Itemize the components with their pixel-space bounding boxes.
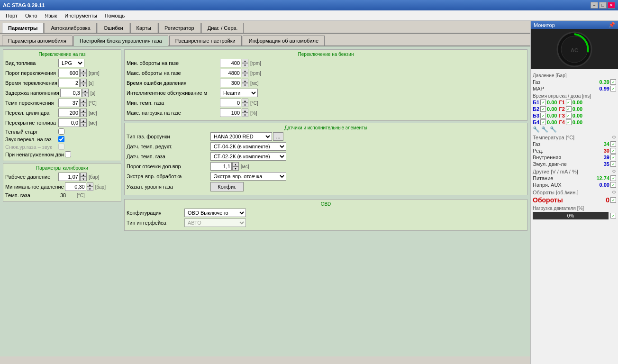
switch-threshold-input[interactable] <box>58 69 80 77</box>
inj-b3-checkbox[interactable] <box>540 113 546 118</box>
spin-down-8[interactable]: ▼ <box>87 187 93 191</box>
switch-temp-input[interactable] <box>58 99 80 107</box>
spin-up-4[interactable]: ▲ <box>80 99 87 103</box>
spin-down-7[interactable]: ▼ <box>80 177 87 181</box>
obd-config-select[interactable]: OBD Выключено <box>184 209 246 217</box>
tab-registrator[interactable]: Регистратор <box>158 23 200 33</box>
injector-type-select[interactable]: HANA 2000 RED <box>210 132 272 141</box>
power-checkbox[interactable] <box>610 175 616 181</box>
gas-level-config-button[interactable]: Конфиг. <box>210 182 244 191</box>
maximize-button[interactable]: □ <box>599 2 607 9</box>
subtab-car-params[interactable]: Параметры автомобиля <box>2 36 73 46</box>
load-checkbox[interactable] <box>610 213 616 218</box>
spin-up-6[interactable]: ▲ <box>80 118 87 123</box>
max-load-input[interactable] <box>220 109 241 117</box>
spin-up-p4[interactable]: ▲ <box>242 99 248 103</box>
ac-logo-svg: AC <box>555 30 593 68</box>
subtab-advanced[interactable]: Расширенные настройки <box>169 36 242 46</box>
spin-down-p2[interactable]: ▼ <box>242 73 248 77</box>
spin-down-2[interactable]: ▼ <box>80 83 87 87</box>
fuel-overlap-input[interactable] <box>58 118 80 127</box>
gas-switch-sound-checkbox[interactable] <box>58 136 64 142</box>
menu-tools[interactable]: Инструменты <box>61 12 101 19</box>
aux-voltage-checkbox[interactable] <box>610 182 616 188</box>
spin-down-p1[interactable]: ▼ <box>242 63 248 67</box>
working-pressure-input[interactable] <box>58 173 80 181</box>
cyl-switch-row: Перекл. цилиндра ▲▼ [мс] <box>5 109 119 117</box>
pressure-err-input[interactable] <box>220 79 241 87</box>
no-load-checkbox[interactable] <box>65 151 71 157</box>
switch-time-input[interactable] <box>58 79 80 87</box>
min-rpm-input[interactable] <box>220 59 241 67</box>
spin-down[interactable]: ▼ <box>80 73 87 77</box>
spin-up-2[interactable]: ▲ <box>80 79 87 83</box>
gas-temp-sensor-select[interactable]: СТ-02-2К (в комплекте) <box>210 152 286 161</box>
monitor-pin-icon[interactable]: 📌 <box>609 22 615 28</box>
max-rpm-input[interactable] <box>220 69 241 77</box>
internal-temp-checkbox[interactable] <box>610 155 616 160</box>
menu-language[interactable]: Язык <box>41 12 61 19</box>
injector-type-dots-button[interactable]: ... <box>273 132 283 141</box>
sensors-section: Датчики и исполнительные элементы Тип га… <box>124 123 527 195</box>
minimize-button[interactable]: − <box>591 2 598 9</box>
reducer-temp-select[interactable]: СТ-04-2К (в комплекте) <box>210 142 286 151</box>
content-area: Переключение на газ Вид топлива LPGCNG П… <box>0 46 530 356</box>
tab-parameters[interactable]: Параметры <box>2 23 44 33</box>
tab-autocalib[interactable]: Автокалибровка <box>45 23 96 33</box>
gas-temp-checkbox[interactable] <box>610 141 616 147</box>
inj-b1-checkbox[interactable] <box>540 100 546 105</box>
spin-down-5[interactable]: ▼ <box>80 113 87 117</box>
tab-diag[interactable]: Диаг. / Серв. <box>201 23 244 33</box>
spin-down-6[interactable]: ▼ <box>80 123 87 127</box>
close-button[interactable]: ✕ <box>608 2 615 9</box>
cyl-switch-input[interactable] <box>58 109 80 117</box>
spin-up[interactable]: ▲ <box>80 69 87 73</box>
intelligent-service-select[interactable]: Неакти <box>220 89 258 97</box>
inj-g3-label: Г3 <box>559 113 564 118</box>
spin-down-p5[interactable]: ▼ <box>242 113 248 117</box>
menu-port[interactable]: Порт <box>2 12 21 19</box>
tab-errors[interactable]: Ошибки <box>98 23 129 33</box>
inj-b2-checkbox[interactable] <box>540 106 546 112</box>
spin-up-p5[interactable]: ▲ <box>242 109 248 113</box>
spin-up-s1[interactable]: ▲ <box>232 162 239 166</box>
spin-up-5[interactable]: ▲ <box>80 109 87 113</box>
spin-up-3[interactable]: ▲ <box>82 89 89 93</box>
inj-g4-checkbox[interactable] <box>566 119 572 125</box>
extra-inj-select[interactable]: Экстра-впр. отсечка <box>210 172 286 181</box>
inj-g1-checkbox[interactable] <box>566 100 572 105</box>
inj-g2-checkbox[interactable] <box>566 106 572 112</box>
spin-up-p3[interactable]: ▲ <box>242 79 248 83</box>
subtab-control-settings[interactable]: Настройки блока управления газа <box>73 36 168 46</box>
spin-up-7[interactable]: ▲ <box>80 173 87 177</box>
min-gas-temp-input[interactable] <box>220 99 241 107</box>
fill-delay-input[interactable] <box>60 89 82 97</box>
tab-maps[interactable]: Карты <box>130 23 157 33</box>
inj-g1-value: 0.00 <box>573 100 582 105</box>
cutoff-threshold-input[interactable] <box>210 162 232 171</box>
menu-window[interactable]: Окно <box>21 12 41 19</box>
obd-interface-select[interactable]: АВТО <box>184 218 246 227</box>
spin-up-8[interactable]: ▲ <box>87 182 93 187</box>
inj-b4-checkbox[interactable] <box>540 119 546 125</box>
spin-up-p2[interactable]: ▲ <box>242 69 248 73</box>
subtab-car-info[interactable]: Информация об автомобиле <box>243 36 325 46</box>
reducer-temp-checkbox[interactable] <box>610 148 616 154</box>
rpm-checkbox[interactable] <box>610 197 616 203</box>
gas-pressure-checkbox[interactable] <box>610 79 616 85</box>
spin-down-3[interactable]: ▼ <box>82 93 89 97</box>
spin-down-p3[interactable]: ▼ <box>242 83 248 87</box>
spin-down-4[interactable]: ▼ <box>80 103 87 107</box>
menu-help[interactable]: Помощь <box>101 12 129 19</box>
spin-down-p4[interactable]: ▼ <box>242 103 248 107</box>
spin-up-p1[interactable]: ▲ <box>242 59 248 63</box>
warm-start-checkbox[interactable] <box>58 128 64 135</box>
map-pressure-checkbox[interactable] <box>610 86 616 91</box>
emul-temp-checkbox[interactable] <box>610 161 616 167</box>
inj-g3-checkbox[interactable] <box>566 113 572 118</box>
gas-level-sound-checkbox[interactable] <box>58 144 64 150</box>
main-tabs: Параметры Автокалибровка Ошибки Карты Ре… <box>0 21 530 34</box>
min-pressure-input[interactable] <box>65 182 86 191</box>
spin-down-s1[interactable]: ▼ <box>232 166 239 171</box>
fuel-type-select[interactable]: LPGCNG <box>58 59 84 67</box>
